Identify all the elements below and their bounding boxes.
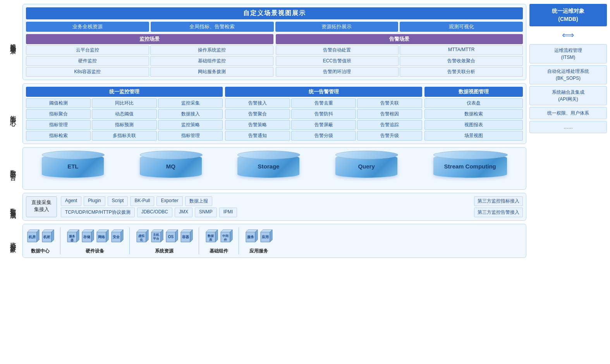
svg-marker-59 [270, 230, 272, 242]
integ-jmx: JMX [175, 208, 192, 217]
cylinder-etl: ETL [42, 155, 104, 178]
svg-text:网络: 网络 [98, 235, 105, 239]
svg-text:化: 化 [139, 238, 143, 242]
monitor-basecomponent-boxes: 数据 库 中间 件 [204, 227, 233, 247]
box-icon-database: 数据 库 [204, 227, 218, 247]
view-cell-1: 仪表盘 [424, 98, 523, 108]
separator-2 [129, 227, 130, 254]
box-icon-jigui: 机柜 [41, 227, 55, 247]
tab-full-stack[interactable]: 业务全栈资源 [26, 22, 149, 32]
alert-cell-5: 告警闭环治理 [276, 67, 399, 77]
view-scene-tabs: 业务全栈资源 全局指标、告警检索 资源拓扑展示 观测可视化 [26, 22, 523, 32]
monitor-cell-2: 操作系统监控 [150, 45, 273, 55]
cap-cell-5: 动态阈值 [92, 109, 156, 119]
integ-agent: Agent [61, 196, 81, 206]
integ-snmp: SNMP [195, 208, 217, 217]
alert-cap-cell-10: 告警通知 [225, 131, 290, 141]
view-cell-3: 视图报表 [424, 120, 523, 130]
integ-datareport: 数据上报 [185, 196, 212, 206]
view-cell-2: 数据检索 [424, 109, 523, 119]
cylinder-stream-shape: Stream Computing [433, 155, 507, 178]
monitoring-mgmt-header: 统一监控管理 [26, 87, 223, 97]
label-capability: 能力中心 [3, 83, 22, 144]
cmdb-item-itsm: 运维流程管理 (ITSM) [529, 44, 607, 64]
monitor-group-datacenter: 机房 机柜 [26, 227, 55, 254]
svg-text:主机: 主机 [153, 233, 160, 237]
svg-marker-55 [255, 230, 258, 242]
svg-marker-2 [37, 230, 39, 242]
svg-text:器: 器 [70, 239, 74, 242]
cap-cell-9: 监控策略 [158, 120, 223, 130]
box-icon-network: 网络 [95, 227, 109, 247]
cap-cell-8: 指标预测 [92, 120, 156, 130]
alert-cap-cell-4: 告警聚合 [225, 109, 290, 119]
svg-marker-45 [215, 230, 218, 242]
alert-scene-grid: 告警自动处置 MTTA/MTTR ECC告警值班 告警收敛聚合 告警闭环治理 告… [276, 45, 523, 77]
tab-observe-viz[interactable]: 观测可视化 [400, 22, 523, 32]
alert-cell-6: 告警关联分析 [400, 67, 523, 77]
cylinder-query-shape: Query [335, 155, 397, 178]
svg-text:存储: 存储 [83, 235, 91, 239]
svg-text:平台: 平台 [153, 237, 159, 240]
integ-plugin: Plugin [84, 196, 105, 206]
alert-cap-cell-11: 告警分级 [291, 131, 356, 141]
cap-cell-12: 指标管理 [158, 131, 223, 141]
alert-cap-cell-2: 告警去重 [291, 98, 356, 108]
arrow-connector: ⟺ [529, 29, 607, 42]
svg-marker-23 [121, 230, 123, 242]
cmdb-header: 统一运维对象 (CMDB) [529, 4, 607, 26]
box-icon-server: 服务 器 [66, 227, 80, 247]
view-scene-header: 自定义场景视图展示 [26, 7, 523, 19]
box-icon-platform: 主机 平台 [150, 227, 164, 247]
direct-collection-label: 直接采集 集接入 [26, 196, 57, 217]
svg-marker-19 [106, 230, 108, 242]
integ-ipmi: IPMI [219, 208, 237, 217]
cylinder-stream: Stream Computing [433, 155, 507, 178]
svg-marker-10 [77, 230, 79, 242]
monitor-cell-1: 云平台监控 [26, 45, 149, 55]
alert-cap-cell-12: 告警升级 [357, 131, 422, 141]
monitor-group-appservice: 服务 应用 [244, 227, 273, 254]
monitor-cell-4: 基础组件监控 [150, 56, 273, 66]
monitor-label-datacenter: 数据中心 [31, 248, 50, 254]
alert-cell-4: 告警收敛聚合 [400, 56, 523, 66]
cap-cell-1: 阈值检测 [26, 98, 91, 108]
box-icon-container: 容器 [179, 227, 193, 247]
cmdb-item-more: …… [529, 121, 607, 133]
monitor-label-appservice: 应用服务 [249, 248, 268, 254]
monitor-group-hardware: 服务 器 存储 [66, 227, 124, 254]
svg-marker-6 [52, 230, 54, 242]
cmdb-item-bksops: 自动化运维处理系统 (BK_SOPS) [529, 65, 607, 84]
monitor-hardware-boxes: 服务 器 存储 [66, 227, 124, 247]
cap-cell-11: 多指标关联 [92, 131, 156, 141]
data-platform-cylinders: ETL MQ Storage [26, 151, 523, 182]
integ-script: Script [108, 196, 128, 206]
tab-global-metrics[interactable]: 全局指标、告警检索 [151, 22, 274, 32]
integration-right-items: 第三方监控指标接入 第三方监控告警接入 [474, 196, 523, 217]
cap-cell-2: 同比环比 [92, 98, 156, 108]
cap-cell-10: 指标检索 [26, 131, 91, 141]
box-icon-security: 安全 [110, 227, 124, 247]
label-data-integration: 数据集成 [3, 193, 22, 221]
alert-scene-block: 告警场景 告警自动处置 MTTA/MTTR ECC告警值班 告警收敛聚合 告警闭… [276, 34, 523, 77]
alert-cap-cell-8: 告警屏蔽 [291, 120, 356, 130]
label-view-scene: 视图场景 [3, 4, 22, 80]
integration-items-area: Agent Plugin Script BK-Pull Exporter 数据上… [61, 196, 470, 217]
alert-cell-1: 告警自动处置 [276, 45, 399, 55]
monitor-system-boxes: 虚拟 化 主机 平台 [135, 227, 193, 247]
svg-text:库: 库 [209, 238, 212, 242]
box-icon-middleware: 中间 件 [219, 227, 233, 247]
alert-cell-3: ECC告警值班 [276, 56, 399, 66]
svg-text:数据: 数据 [207, 234, 214, 238]
tab-resource-topo[interactable]: 资源拓扑展示 [275, 22, 399, 32]
svg-text:件: 件 [223, 238, 227, 242]
monitoring-scene-header: 监控场景 [26, 34, 273, 44]
alert-cell-2: MTTA/MTTR [400, 45, 523, 55]
alert-cap-cell-7: 告警策略 [225, 120, 290, 130]
monitor-cell-3: 硬件监控 [26, 56, 149, 66]
alert-cap-cell-6: 告警根因 [357, 109, 422, 119]
cylinder-mq: MQ [140, 155, 202, 178]
cmdb-items: 运维流程管理 (ITSM) 自动化运维处理系统 (BK_SOPS) 系统融合及集… [529, 44, 607, 133]
monitor-group-system: 虚拟 化 主机 平台 [135, 227, 193, 254]
box-icon-service: 服务 [244, 227, 258, 247]
